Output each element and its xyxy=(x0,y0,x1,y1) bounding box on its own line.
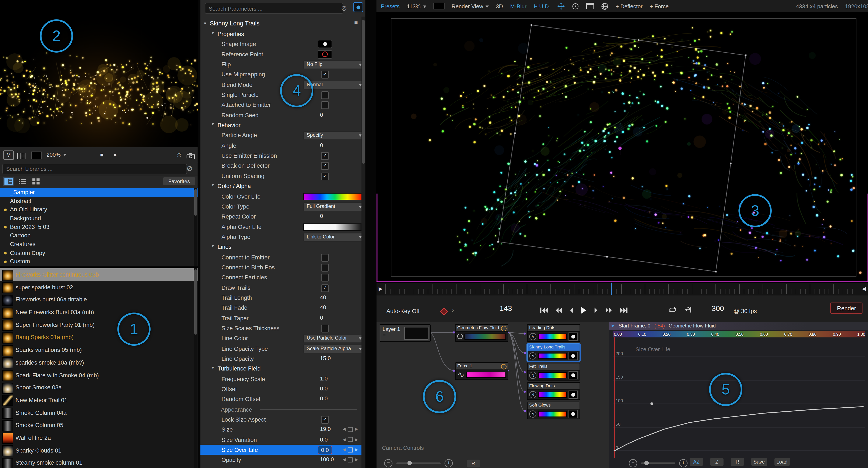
previous-frame-button[interactable] xyxy=(569,307,574,313)
collapse-triangle-icon[interactable]: ▼ xyxy=(211,244,215,248)
checkbox-size-scales-thickness[interactable] xyxy=(321,325,329,333)
mute-button[interactable]: M xyxy=(3,151,14,160)
param-row-alpha-over-life[interactable]: Alpha Over Life xyxy=(200,222,362,232)
param-row-flip[interactable]: FlipNo Flip xyxy=(200,59,362,69)
group-shape-swatch[interactable] xyxy=(568,352,578,360)
param-row-repeat-color[interactable]: Repeat Color0 xyxy=(200,211,362,222)
group-shape-swatch[interactable] xyxy=(568,390,578,399)
param-row-connect-particles[interactable]: Connect Particles xyxy=(200,272,362,282)
library-folder-an-old-library[interactable]: An Old Library xyxy=(0,205,198,214)
preset-row-sparky-clouds-01[interactable]: Sparky Clouds 01 xyxy=(0,444,198,457)
group-gradient-bar[interactable] xyxy=(538,411,567,417)
collapse-triangle-icon[interactable]: ▼ xyxy=(203,22,207,26)
size-over-life-plot[interactable]: 200150100500 xyxy=(614,337,865,458)
param-row-single-particle[interactable]: Single Particle xyxy=(200,90,362,100)
clear-search-icon[interactable]: ⊘ xyxy=(186,165,192,172)
field-opacity[interactable]: 100.0 xyxy=(320,457,334,463)
particle-group-node-fat-trails[interactable]: Fat TrailsN xyxy=(527,363,580,381)
scrollbar-thumb[interactable] xyxy=(194,269,197,335)
library-folder-custom-copy[interactable]: Custom Copy xyxy=(0,248,198,257)
param-row-use-mipmapping[interactable]: Use Mipmapping✓ xyxy=(200,69,362,79)
group-mode-badge[interactable]: N xyxy=(529,391,536,398)
play-button[interactable] xyxy=(581,306,587,314)
keyframe-controls[interactable]: ◀▶ xyxy=(343,427,358,432)
node-header[interactable]: Flowing Dots xyxy=(528,383,580,390)
favorites-button[interactable]: Favorites xyxy=(163,177,195,185)
group-shape-swatch[interactable] xyxy=(568,371,578,379)
preset-row-bang-sparks-01a-mb[interactable]: Bang Sparks 01a (mb) xyxy=(0,331,198,343)
folder-list-scrollbar[interactable] xyxy=(194,188,197,266)
node-header[interactable]: Leading Dots xyxy=(528,325,580,332)
param-row-line-color[interactable]: Line ColorUse Particle Color xyxy=(200,333,362,343)
color-over-life-gradient[interactable] xyxy=(303,193,362,200)
param-row-frequency-scale[interactable]: Frequency Scale1.0 xyxy=(200,374,362,384)
render-button[interactable]: Render xyxy=(831,303,863,314)
param-row-properties[interactable]: ▼Properties xyxy=(200,29,362,39)
orbit-camera-icon[interactable] xyxy=(572,3,579,10)
view-mode-panel-icon[interactable] xyxy=(3,177,14,186)
auto-zoom-button[interactable]: AZ xyxy=(690,458,703,466)
curve-editor-panel[interactable]: ▶ Start Frame: 0 (-54) Geometric Flow Fl… xyxy=(609,322,868,468)
group-menu-icon[interactable]: ≡ xyxy=(354,19,358,26)
current-frame-field[interactable]: 143 xyxy=(487,304,512,312)
group-active-toggle[interactable] xyxy=(353,2,363,12)
parameter-search-input[interactable] xyxy=(205,3,343,14)
param-row-draw-trails[interactable]: Draw Trails✓ xyxy=(200,282,362,293)
group-gradient-bar[interactable] xyxy=(538,372,567,378)
checkbox-lock-size-aspect[interactable]: ✓ xyxy=(321,416,329,424)
zoom-in-button[interactable]: + xyxy=(444,459,453,467)
info-icon[interactable]: i xyxy=(501,364,506,369)
group-gradient-bar[interactable] xyxy=(538,333,567,339)
circle-shape-toggle[interactable]: ● xyxy=(114,152,117,158)
field-angle[interactable]: 0 xyxy=(320,142,323,148)
library-folder-creatures[interactable]: Creatures xyxy=(0,240,198,248)
checkbox-use-emitter-emission[interactable]: ✓ xyxy=(321,152,329,160)
param-row-opacity[interactable]: Opacity100.0◀▶ xyxy=(200,455,362,465)
library-folder-custom[interactable]: Custom xyxy=(0,257,198,266)
select-particle-angle[interactable]: Specify xyxy=(303,131,365,140)
field-repeat-color[interactable]: 0 xyxy=(320,213,323,219)
checkbox-connect-to-emitter[interactable] xyxy=(321,254,329,262)
zoom-fit-button[interactable]: Z xyxy=(710,458,723,466)
preview-zoom-dropdown[interactable]: 200% xyxy=(46,152,66,158)
field-size-over-life[interactable]: 0.0 xyxy=(318,445,332,454)
view-mode-grid-icon[interactable] xyxy=(31,177,41,186)
keyframe-diamond-icon[interactable] xyxy=(440,307,448,315)
param-row-color-alpha[interactable]: ▼Color / Alpha xyxy=(200,181,362,191)
fast-forward-button[interactable] xyxy=(605,307,612,313)
param-row-turbulence-field[interactable]: ▼Turbulence Field xyxy=(200,364,362,374)
param-row-shape-image[interactable]: Shape Image xyxy=(200,39,362,49)
param-row-size[interactable]: Size19.0◀▶ xyxy=(200,425,362,435)
param-row-size-scales-thickness[interactable]: Size Scales Thickness xyxy=(200,323,362,333)
viewport-canvas[interactable] xyxy=(376,12,868,282)
checkbox-attached-to-emitter[interactable] xyxy=(321,102,329,109)
node-graph-panel[interactable]: Layer 1 ≡ Geometric Flow Fluid i Force 1… xyxy=(376,322,609,468)
param-row-random-offset[interactable]: Random Offset0.0 xyxy=(200,394,362,404)
param-row-particle-angle[interactable]: Particle AngleSpecify xyxy=(200,130,362,140)
square-shape-toggle[interactable]: ■ xyxy=(100,152,103,158)
particle-group-node-leading-dots[interactable]: Leading DotsA xyxy=(527,324,580,342)
node-header[interactable]: Fat Trails xyxy=(528,364,580,371)
load-curve-button[interactable]: Load xyxy=(774,458,790,466)
force-node[interactable]: Force 1 i ∿ xyxy=(455,362,508,380)
group-shape-swatch[interactable] xyxy=(568,332,578,340)
motion-blur-toggle[interactable]: M-Blur xyxy=(510,3,526,9)
field-trail-fade[interactable]: 40 xyxy=(320,304,326,310)
zoom-in-button[interactable]: + xyxy=(679,459,687,467)
group-mode-badge[interactable]: N xyxy=(529,371,536,378)
param-row-use-emitter-emission[interactable]: Use Emitter Emission✓ xyxy=(200,151,362,161)
clear-search-icon[interactable]: ⊘ xyxy=(341,4,347,12)
snapshot-camera-icon[interactable] xyxy=(186,152,195,162)
parameters-scrollbar[interactable] xyxy=(362,16,365,468)
fast-backward-button[interactable] xyxy=(555,307,562,313)
collapse-triangle-icon[interactable]: ▼ xyxy=(211,366,215,370)
shape-image-swatch[interactable] xyxy=(318,40,332,48)
library-folder-sampler[interactable]: _Sampler xyxy=(0,188,198,197)
info-icon[interactable]: i xyxy=(501,326,506,331)
param-row-trail-length[interactable]: Trail Length40 xyxy=(200,293,362,303)
film-strip-icon[interactable] xyxy=(17,152,26,162)
field-size[interactable]: 19.0 xyxy=(320,426,331,432)
preset-row-smoke-column-04a[interactable]: Smoke Column 04a xyxy=(0,406,198,419)
select-color-type[interactable]: Full Gradient xyxy=(303,202,365,211)
go-to-end-button[interactable] xyxy=(619,307,628,313)
